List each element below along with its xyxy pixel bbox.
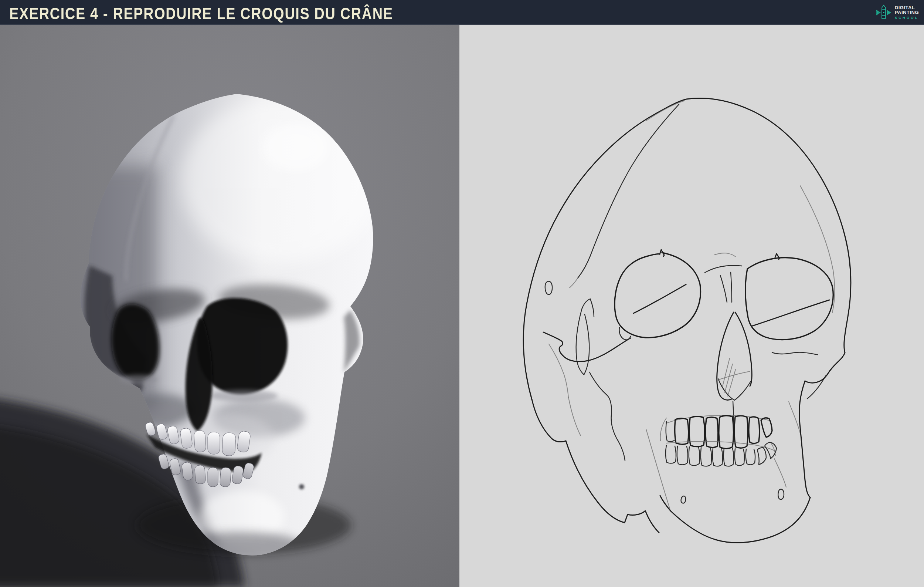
mental-foramen-dot: [299, 484, 304, 489]
sketch-mandible: [532, 353, 845, 542]
split-view: [0, 25, 924, 587]
skull-sketch-panel: [459, 25, 924, 587]
sketch-cheeks-maxilla: [589, 352, 826, 460]
exercise-slide: EXERCICE 4 - REPRODUIRE LE CROQUIS DU CR…: [0, 0, 924, 587]
sketch-upper-teeth: [666, 415, 772, 449]
exercise-title: EXERCICE 4 - REPRODUIRE LE CROQUIS DU CR…: [0, 4, 393, 23]
logo-wordmark: DIGITAL PAINTING SCHOOL: [895, 5, 919, 20]
sketch-eye-sockets: [615, 250, 833, 340]
title-bar: EXERCICE 4 - REPRODUIRE LE CROQUIS DU CR…: [0, 0, 924, 25]
logo-line-school: SCHOOL: [895, 15, 919, 20]
pencil-logo-icon: [875, 5, 892, 21]
sketch-nasal-aperture: [717, 312, 752, 421]
skull-photo-image: [0, 25, 459, 587]
school-logo: DIGITAL PAINTING SCHOOL: [875, 5, 924, 21]
skull-photo-panel: [0, 25, 459, 587]
sketch-brow-and-nose-bridge: [705, 253, 742, 302]
logo-line-painting: PAINTING: [895, 10, 919, 15]
skull-sketch-image: [459, 25, 924, 587]
sketch-left-temple: [543, 281, 630, 436]
sketch-cranium: [523, 98, 851, 400]
